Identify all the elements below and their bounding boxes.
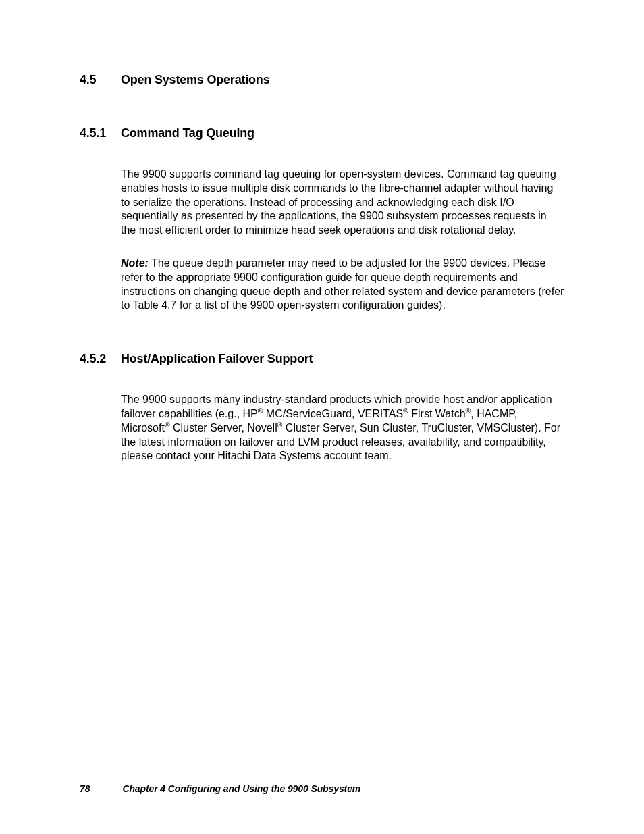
note-label: Note: — [121, 257, 149, 269]
heading-title: Host/Application Failover Support — [121, 352, 564, 366]
text-run: Cluster Server, Novell — [170, 422, 277, 434]
heading-number: 4.5.1 — [80, 126, 121, 140]
note-paragraph: Note: The queue depth parameter may need… — [121, 257, 564, 313]
heading-number: 4.5.2 — [80, 352, 121, 366]
text-run: First Watch — [408, 408, 466, 419]
chapter-label: Chapter 4 Configuring and Using the 9900… — [122, 783, 360, 794]
heading-4-5-1: 4.5.1 Command Tag Queuing — [80, 126, 564, 140]
heading-title: Command Tag Queuing — [121, 126, 564, 140]
paragraph: The 9900 supports command tag queuing fo… — [121, 167, 564, 238]
paragraph: The 9900 supports many industry-standard… — [121, 393, 564, 463]
section-body-4-5-1: The 9900 supports command tag queuing fo… — [121, 167, 564, 313]
page-footer: 78Chapter 4 Configuring and Using the 99… — [80, 783, 360, 794]
note-text: The queue depth parameter may need to be… — [121, 257, 564, 311]
heading-4-5: 4.5 Open Systems Operations — [80, 73, 564, 87]
text-run: MC/ServiceGuard, VERITAS — [263, 408, 403, 419]
heading-title: Open Systems Operations — [121, 73, 564, 87]
document-page: 4.5 Open Systems Operations 4.5.1 Comman… — [0, 0, 644, 834]
registered-mark: ® — [403, 407, 408, 415]
registered-mark: ® — [165, 421, 170, 428]
page-number: 78 — [80, 783, 90, 794]
section-body-4-5-2: The 9900 supports many industry-standard… — [121, 393, 564, 463]
heading-4-5-2: 4.5.2 Host/Application Failover Support — [80, 352, 564, 366]
heading-number: 4.5 — [80, 73, 121, 87]
